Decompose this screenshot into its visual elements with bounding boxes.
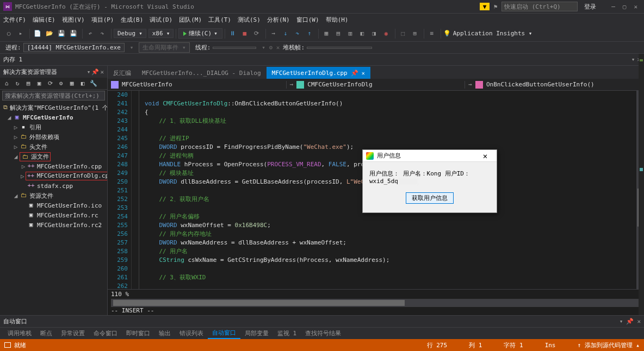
show-all-icon[interactable]: ▦ xyxy=(67,79,76,88)
step-next-icon[interactable]: → xyxy=(268,28,279,39)
bottom-tab[interactable]: 断点 xyxy=(36,328,57,339)
horizontal-scrollbar[interactable] xyxy=(111,299,641,307)
code-line[interactable]: void CMFCGetUserInfoDlg::OnBnClickedButt… xyxy=(139,99,644,108)
headers-node[interactable]: ▷🗀头文件 xyxy=(0,142,107,152)
bottom-tab[interactable]: 自动窗口 xyxy=(208,328,240,339)
notify-icon[interactable]: ▼ xyxy=(480,3,490,10)
tb-icon[interactable]: ▤ xyxy=(333,28,344,39)
nav-back-icon[interactable]: ◯ xyxy=(3,28,14,39)
close-tab-icon[interactable]: ✕ xyxy=(362,70,365,76)
nav-func-dd[interactable]: →OnBnClickedButtonGetUserInfo() xyxy=(465,81,644,89)
quick-launch-input[interactable]: 快速启动 (Ctrl+Q) xyxy=(501,2,578,11)
code-line[interactable]: // 用户名内存地址 xyxy=(139,230,644,239)
panel-dropdown-icon[interactable]: ▾ xyxy=(87,68,91,76)
menu-file[interactable]: 文件(F) xyxy=(3,16,26,24)
redo-icon[interactable]: ↷ xyxy=(97,28,108,39)
code-line[interactable]: // 用户名偏移 xyxy=(139,212,644,221)
res-node[interactable]: ◢🗀资源文件 xyxy=(0,191,107,200)
panel-dropdown-icon[interactable]: ▾ xyxy=(620,318,623,325)
dialog-close-icon[interactable]: ✕ xyxy=(477,152,493,160)
minimize-icon[interactable]: ─ xyxy=(611,3,615,10)
tb-icon[interactable]: ⬚ xyxy=(398,28,408,39)
close-icon[interactable]: ✕ xyxy=(634,3,637,10)
collapse-icon[interactable]: ▣ xyxy=(35,79,44,88)
bottom-tab[interactable]: 调用堆栈 xyxy=(3,328,36,339)
config-dropdown[interactable]: Debug▾ xyxy=(114,29,146,38)
new-file-icon[interactable]: 📄 xyxy=(32,28,43,39)
thread-dropdown[interactable] xyxy=(213,47,256,49)
close-icon[interactable]: ✕ xyxy=(637,318,641,325)
project-node[interactable]: ◢▣MFCGetUserInfo xyxy=(0,112,107,122)
src-node[interactable]: ◢🗀源文件 xyxy=(0,152,107,161)
menu-debug[interactable]: 调试(D) xyxy=(150,16,172,24)
menu-build[interactable]: 生成(B) xyxy=(121,16,144,24)
bottom-tab[interactable]: 监视 1 xyxy=(273,328,301,339)
close-icon[interactable]: ✕ xyxy=(100,68,104,76)
menu-test[interactable]: 测试(S) xyxy=(238,16,261,24)
maximize-icon[interactable]: ▢ xyxy=(623,3,627,10)
nav-scope-dd[interactable]: MFCGetUserInfo xyxy=(108,81,287,89)
tb-icon[interactable]: ⊞ xyxy=(410,28,420,39)
src-file-3[interactable]: ++stdafx.cpp xyxy=(0,181,107,191)
code-line[interactable] xyxy=(139,126,644,134)
src-file-1[interactable]: ▷++MFCGetUserInfo.cpp xyxy=(0,161,107,171)
flag-icon[interactable]: ⚑ xyxy=(491,3,500,10)
dbg-pause-icon[interactable]: ⏸ xyxy=(227,28,238,39)
code-line[interactable] xyxy=(139,265,644,273)
userinfo-dialog[interactable]: 用户信息 ✕ 用户信息： 用户名：Kong 用户ID：wxid_5dq 获取用户… xyxy=(362,149,497,213)
menu-view[interactable]: 视图(V) xyxy=(62,16,85,24)
stackframe-dropdown[interactable] xyxy=(307,47,372,49)
step-out-icon[interactable]: ↑ xyxy=(304,28,315,39)
menu-project[interactable]: 项目(P) xyxy=(91,16,114,24)
code-line[interactable]: { xyxy=(139,108,644,117)
preview-icon[interactable]: ◧ xyxy=(78,79,87,88)
code-line[interactable]: // 用户名 xyxy=(139,247,644,256)
menu-team[interactable]: 团队(M) xyxy=(179,16,202,24)
menu-edit[interactable]: 编辑(E) xyxy=(33,16,55,24)
get-userinfo-button[interactable]: 获取用户信息 xyxy=(406,192,454,204)
process-dropdown[interactable]: [14444] MFCGetUserInfo.exe xyxy=(23,43,125,52)
bottom-tab[interactable]: 查找符号结果 xyxy=(301,328,345,339)
pin-icon[interactable]: 📌 xyxy=(351,70,358,77)
autos-title[interactable]: 自动窗口 xyxy=(3,317,620,325)
refresh-icon[interactable]: ⟳ xyxy=(46,79,54,88)
code-line[interactable]: // 3、获取WXID xyxy=(139,273,644,282)
menu-analyze[interactable]: 分析(N) xyxy=(267,16,290,24)
solution-node[interactable]: ⧉解决方案"MFCGetUserInfo"(1 个项目) xyxy=(0,103,107,112)
save-icon[interactable]: 💾 xyxy=(56,28,67,39)
props-icon[interactable]: ⚙ xyxy=(57,79,65,88)
refs-node[interactable]: ▷▪引用 xyxy=(0,122,107,132)
code-line[interactable]: // 1、获取DLL模块基址 xyxy=(139,117,644,126)
menu-tools[interactable]: 工具(T) xyxy=(208,16,231,24)
signin-link[interactable]: 登录 xyxy=(584,3,596,11)
tab-dialog[interactable]: MFCGetUserInfo..._DIALOG - Dialog xyxy=(137,67,267,79)
pin-icon[interactable]: 📌 xyxy=(626,318,634,325)
tab-cpp-active[interactable]: MFCGetUserInfoDlg.cpp📌✕ xyxy=(267,67,370,79)
sync-icon[interactable]: ↻ xyxy=(13,79,22,88)
tab-disassembly[interactable]: 反汇编 xyxy=(108,67,137,79)
wrench-icon[interactable]: 🔧 xyxy=(89,79,98,88)
res-file-3[interactable]: ▣MFCGetUserInfo.rc2 xyxy=(0,220,107,230)
home-icon[interactable]: ⌂ xyxy=(2,79,11,88)
zoom-level[interactable]: 110 % xyxy=(111,291,129,298)
bottom-tab[interactable]: 异常设置 xyxy=(57,328,89,339)
res-file-2[interactable]: ▣MFCGetUserInfo.rc xyxy=(0,210,107,220)
solution-search-input[interactable]: 搜索解决方案资源管理器(Ctrl+;) xyxy=(2,91,105,101)
code-line[interactable]: // 进程IP xyxy=(139,134,644,143)
tb-icon[interactable]: ≡ xyxy=(426,28,437,39)
nav-fwd-icon[interactable]: ▸ xyxy=(15,28,26,39)
bottom-tab[interactable]: 命令窗口 xyxy=(89,328,122,339)
tree-icon[interactable]: ▤ xyxy=(24,79,33,88)
dbg-stop-icon[interactable]: ■ xyxy=(239,28,250,39)
res-file-1[interactable]: ▣MFCGetUserInfo.ico xyxy=(0,200,107,210)
bottom-tab[interactable]: 输出 xyxy=(154,328,175,339)
memory-tab-label[interactable]: 内存 1 xyxy=(3,55,22,64)
tb-icon[interactable]: ◧ xyxy=(357,28,368,39)
code-line[interactable] xyxy=(139,282,644,289)
app-insights-dropdown[interactable]: Application Insights ▾ xyxy=(453,30,532,37)
bottom-tab[interactable]: 局部变量 xyxy=(240,328,273,339)
code-line[interactable]: DWORD wxNameAddress = dllBaseAddress + w… xyxy=(139,239,644,247)
tb-icon[interactable]: ◨ xyxy=(369,28,380,39)
nav-class-dd[interactable]: →CMFCGetUserInfoDlg xyxy=(287,81,466,89)
code-line[interactable] xyxy=(139,91,644,99)
